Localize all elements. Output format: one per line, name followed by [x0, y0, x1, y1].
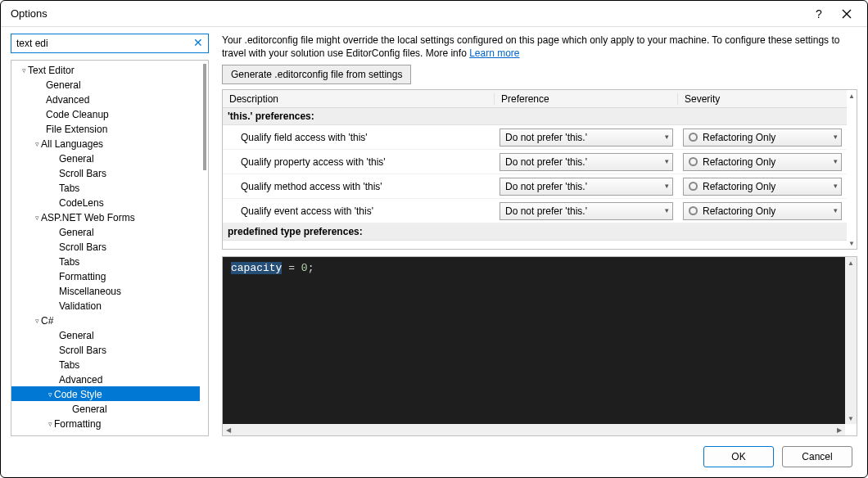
- severity-dropdown[interactable]: Refactoring Only▾: [683, 153, 842, 171]
- dropdown-value: Refactoring Only: [703, 132, 775, 143]
- severity-dropdown[interactable]: Refactoring Only▾: [683, 129, 842, 147]
- tree-item[interactable]: Formatting: [11, 268, 200, 283]
- ok-button[interactable]: OK: [703, 446, 774, 467]
- row-description: Qualify event access with 'this': [223, 205, 495, 217]
- chevron-down-icon: ▿: [33, 137, 41, 151]
- scroll-up-icon[interactable]: ▲: [845, 257, 857, 268]
- dropdown-value: Refactoring Only: [703, 156, 775, 168]
- table-scrollbar[interactable]: ▲ ▼: [847, 90, 857, 249]
- tree-item[interactable]: Scroll Bars: [11, 342, 200, 357]
- scroll-left-icon[interactable]: ◀: [223, 424, 234, 435]
- preference-dropdown[interactable]: Do not prefer 'this.'▾: [500, 178, 673, 196]
- generate-editorconfig-button[interactable]: Generate .editorconfig file from setting…: [222, 65, 411, 84]
- severity-indicator-icon: [689, 157, 698, 166]
- preference-dropdown[interactable]: Do not prefer 'this.'▾: [500, 129, 673, 147]
- tree-item[interactable]: Tabs: [11, 180, 200, 195]
- dropdown-value: Do not prefer 'this.': [505, 132, 587, 143]
- col-description[interactable]: Description: [223, 93, 495, 105]
- dropdown-value: Do not prefer 'this.': [505, 181, 587, 192]
- tree-item[interactable]: ▿All Languages: [11, 136, 200, 151]
- help-button[interactable]: ?: [805, 2, 833, 25]
- chevron-down-icon: ▾: [665, 206, 669, 214]
- severity-dropdown[interactable]: Refactoring Only▾: [683, 202, 842, 220]
- tree-item-label: Scroll Bars: [59, 241, 106, 253]
- chevron-down-icon: ▿: [33, 313, 41, 328]
- tree-item[interactable]: General: [11, 401, 200, 416]
- dropdown-value: Do not prefer 'this.': [505, 205, 587, 217]
- tree-item-label: Formatting: [59, 271, 106, 282]
- tree-item[interactable]: Scroll Bars: [11, 239, 200, 254]
- tree-item[interactable]: ▿Text Editor: [11, 62, 200, 77]
- tree-item[interactable]: Scroll Bars: [11, 165, 200, 180]
- scroll-right-icon[interactable]: ▶: [834, 424, 845, 435]
- tree-item[interactable]: ▿C#: [11, 313, 200, 327]
- tree-item-label: General: [59, 227, 94, 238]
- tree-scrollbar[interactable]: [203, 64, 206, 170]
- tree-item[interactable]: General: [11, 151, 200, 165]
- options-tree: ▿Text EditorGeneralAdvancedCode CleanupF…: [11, 60, 209, 436]
- preview-scrollbar-vertical[interactable]: ▲ ▼: [845, 257, 857, 424]
- chevron-down-icon: ▿: [20, 63, 28, 78]
- tree-item-label: CodeLens: [59, 197, 104, 209]
- tree-item[interactable]: Advanced: [11, 372, 200, 386]
- tree-item[interactable]: General: [11, 327, 200, 342]
- row-description: Qualify method access with 'this': [223, 181, 495, 192]
- tree-item-label: General: [72, 404, 107, 415]
- tree-item[interactable]: ▿Code Style: [11, 386, 200, 401]
- preference-dropdown[interactable]: Do not prefer 'this.'▾: [500, 153, 673, 171]
- tree-item[interactable]: Advanced: [11, 92, 200, 106]
- tree-item-label: All Languages: [41, 138, 103, 150]
- dropdown-value: Refactoring Only: [703, 181, 775, 192]
- tree-item[interactable]: Code Cleanup: [11, 106, 200, 121]
- table-header: Description Preference Severity: [223, 90, 847, 108]
- chevron-down-icon: ▿: [33, 210, 41, 225]
- code-area: capacity = 0;: [223, 257, 845, 424]
- scroll-up-icon[interactable]: ▲: [847, 90, 857, 101]
- table-row: Qualify method access with 'this'Do not …: [223, 174, 847, 199]
- scroll-down-icon[interactable]: ▼: [845, 413, 857, 424]
- group-header: 'this.' preferences:: [223, 108, 847, 125]
- severity-indicator-icon: [689, 182, 698, 191]
- tree-item[interactable]: General: [11, 224, 200, 239]
- learn-more-link[interactable]: Learn more: [469, 47, 519, 59]
- tree-item[interactable]: File Extension: [11, 121, 200, 136]
- severity-dropdown[interactable]: Refactoring Only▾: [683, 178, 842, 196]
- clear-search-icon[interactable]: ✕: [191, 35, 206, 50]
- severity-indicator-icon: [689, 133, 698, 142]
- chevron-down-icon: ▾: [834, 157, 838, 165]
- tree-item-label: Tabs: [59, 256, 79, 268]
- window-title: Options: [11, 7, 805, 20]
- tree-item-label: Code Style: [54, 389, 102, 400]
- search-input[interactable]: [11, 34, 209, 53]
- preference-dropdown[interactable]: Do not prefer 'this.'▾: [500, 202, 673, 220]
- preview-scrollbar-horizontal[interactable]: ◀ ▶: [223, 424, 845, 435]
- chevron-down-icon: ▾: [665, 157, 669, 165]
- close-button[interactable]: [833, 2, 861, 25]
- chevron-down-icon: ▾: [665, 133, 669, 141]
- col-severity[interactable]: Severity: [678, 93, 847, 105]
- tree-item[interactable]: CodeLens: [11, 195, 200, 210]
- table-row: Qualify property access with 'this'Do no…: [223, 150, 847, 174]
- tree-item-label: Advanced: [59, 374, 102, 386]
- info-text: Your .editorconfig file might override t…: [222, 34, 857, 60]
- dropdown-value: Do not prefer 'this.': [505, 156, 587, 168]
- tree-item[interactable]: Tabs: [11, 254, 200, 268]
- severity-indicator-icon: [689, 206, 698, 215]
- tree-item-label: Tabs: [59, 359, 79, 371]
- tree-item-label: General: [59, 153, 94, 165]
- tree-item[interactable]: Tabs: [11, 357, 200, 372]
- tree-item[interactable]: ▿ASP.NET Web Forms: [11, 210, 200, 224]
- scroll-down-icon[interactable]: ▼: [847, 237, 857, 249]
- tree-item[interactable]: General: [11, 77, 200, 92]
- cancel-button[interactable]: Cancel: [782, 446, 852, 467]
- code-preview: capacity = 0; ▲ ▼ ◀ ▶: [222, 256, 857, 436]
- tree-item-label: ASP.NET Web Forms: [41, 212, 135, 223]
- tree-item-label: Miscellaneous: [59, 286, 121, 297]
- tree-item[interactable]: Miscellaneous: [11, 283, 200, 298]
- table-row: Qualify event access with 'this'Do not p…: [223, 199, 847, 223]
- tree-item-label: File Extension: [46, 124, 107, 135]
- tree-item[interactable]: Validation: [11, 298, 200, 313]
- close-icon: [842, 9, 852, 19]
- tree-item[interactable]: ▿Formatting: [11, 416, 200, 431]
- col-preference[interactable]: Preference: [495, 93, 678, 105]
